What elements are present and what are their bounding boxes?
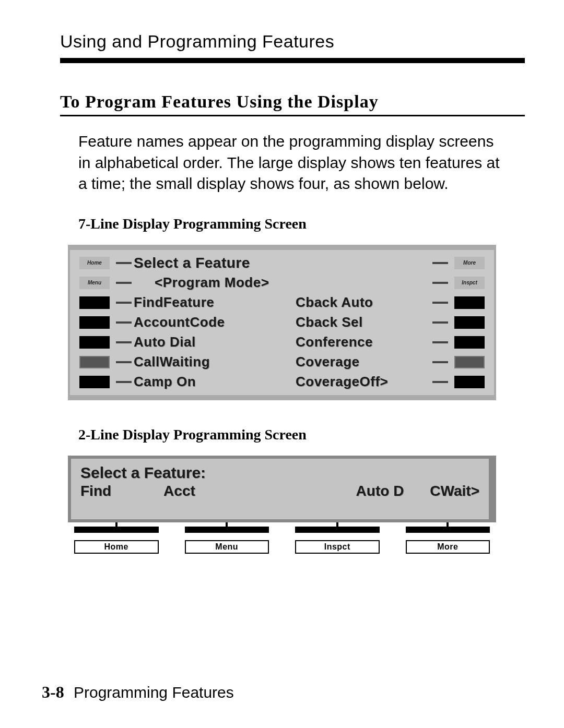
softkey-more: More [406,540,490,554]
feature-right: Coverage [296,354,360,370]
connector [432,341,448,343]
d7-row: AccountCode Cback Sel [134,314,430,330]
side-button [79,296,110,309]
connector [116,381,132,383]
feature-left: AccountCode [134,314,280,330]
page-footer: 3-8 Programming Features [42,683,234,702]
connector [432,282,448,284]
d7-mode: <Program Mode> [134,275,430,291]
feature-right: Conference [296,334,373,350]
softkey-inspct: Inspct [295,540,380,554]
d7-title: Select a Feature [134,255,430,271]
feature-right: Cback Sel [296,314,363,330]
side-label-inspect: Inspct [454,277,485,289]
connector [116,262,132,264]
softkey-menu: Menu [185,540,269,554]
display-2line-wrap: Select a Feature: Find Acct Auto D CWait… [68,456,496,554]
connector [116,341,132,343]
footer-label: Programming Features [74,684,234,701]
section-rule [60,115,525,116]
feature-left: CallWaiting [134,354,280,370]
side-button [79,376,110,388]
side-button [454,296,485,309]
side-label-menu: Menu [79,277,110,289]
display7-heading: 7-Line Display Programming Screen [78,216,522,232]
softkey-labels: Home Menu Inspct More [74,540,490,554]
page-number: 3-8 [42,683,64,701]
connector [432,302,448,304]
side-button [79,336,110,349]
side-button [454,336,485,349]
side-label-home: Home [79,257,110,269]
side-button [79,356,110,368]
softkey-bar [406,527,490,533]
side-button [454,316,485,329]
feature-left: Camp On [134,374,280,390]
side-label-more: More [454,257,485,269]
section-title: To Program Features Using the Display [60,92,522,112]
display-2line: Select a Feature: Find Acct Auto D CWait… [68,456,496,522]
display2-heading: 2-Line Display Programming Screen [78,426,522,443]
connector [432,361,448,363]
header-rule [60,58,525,63]
connector [116,361,132,363]
d2-opt: Auto D [356,483,404,499]
feature-right: Cback Auto [296,294,373,311]
side-button [454,376,485,388]
page: Using and Programming Features To Progra… [0,0,564,728]
softkey-bar [185,527,269,533]
running-head: Using and Programming Features [60,31,522,52]
side-button [454,356,485,368]
d7-row: Auto Dial Conference [134,334,430,350]
connector [432,381,448,383]
d7-row: Camp On CoverageOff> [134,374,430,390]
display-7line: Home Select a Feature More Menu <Program… [68,245,496,400]
connector [432,321,448,324]
side-button [79,316,110,329]
d2-options: Find Acct Auto D CWait> [80,483,479,499]
softkey-bar [74,527,159,533]
d7-row: CallWaiting Coverage [134,354,430,370]
connector [116,321,132,324]
softkey-strip [74,527,490,533]
d2-opt: Find [80,483,111,499]
feature-left: Auto Dial [134,334,280,350]
connector [116,282,132,284]
connector [432,262,448,264]
intro-paragraph: Feature names appear on the programming … [78,131,504,195]
d2-title: Select a Feature: [80,464,479,482]
d7-row: FindFeature Cback Auto [134,294,430,311]
d2-opt: Acct [163,483,195,499]
feature-right: CoverageOff> [296,374,388,390]
feature-left: FindFeature [134,294,280,311]
d2-opt: CWait> [430,483,479,499]
softkey-bar [295,527,380,533]
connector [116,302,132,304]
softkey-home: Home [74,540,159,554]
